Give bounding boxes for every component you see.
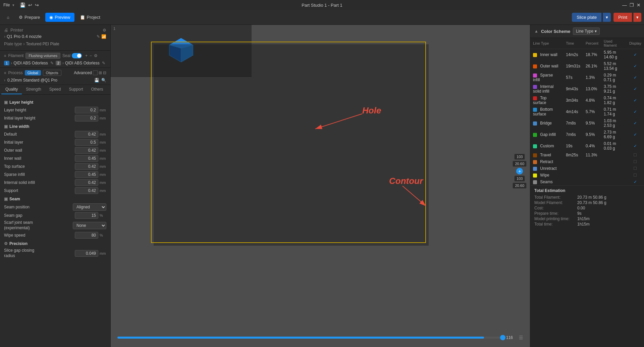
- outer-wall-input[interactable]: [75, 147, 98, 154]
- tab-quality[interactable]: Quality: [1, 85, 22, 94]
- process-profile[interactable]: 0.20mm Standard @Q1 Pro: [7, 78, 57, 83]
- seal-toggle-switch[interactable]: [72, 53, 82, 58]
- check-icon-5[interactable]: ✓: [634, 109, 637, 114]
- filament-name-2[interactable]: QIDI ABS Odorless: [65, 61, 100, 65]
- wipe-speed-input[interactable]: [75, 232, 98, 239]
- check-icon-8[interactable]: ✓: [634, 144, 637, 148]
- advanced-btn[interactable]: Advanced ⊞ ⊟: [74, 70, 106, 75]
- check-icon-3[interactable]: ✓: [634, 87, 637, 91]
- add-coord-btn[interactable]: +: [516, 168, 523, 175]
- close-btn[interactable]: ✕: [637, 2, 641, 8]
- tab-strength[interactable]: Strength: [22, 85, 45, 94]
- default-input[interactable]: [75, 131, 98, 138]
- printer-settings-icon[interactable]: ⚙: [103, 28, 106, 33]
- process-save-icon[interactable]: 💾: [94, 78, 99, 83]
- save-icon[interactable]: 💾: [20, 2, 25, 8]
- cell-display-2[interactable]: ✓: [627, 72, 644, 83]
- line-type-dropdown[interactable]: Line Type ▾: [573, 28, 600, 35]
- add-filament-btn[interactable]: +: [85, 53, 88, 58]
- check-icon-13[interactable]: ✓: [634, 180, 637, 184]
- edit-printer-icon[interactable]: ✎: [97, 34, 100, 39]
- global-btn[interactable]: Global: [25, 70, 41, 76]
- slice-dropdown-btn[interactable]: ▾: [603, 13, 611, 22]
- uncheck-icon-9[interactable]: ☐: [633, 153, 637, 157]
- cell-percent-11: [583, 165, 601, 172]
- print-btn[interactable]: Print: [613, 13, 632, 22]
- objects-btn[interactable]: Objects: [43, 70, 61, 76]
- project-btn[interactable]: 📋 Project: [76, 13, 104, 22]
- cell-display-8[interactable]: ✓: [627, 140, 644, 152]
- layer-slider-track[interactable]: [117, 337, 503, 339]
- plate-type-value[interactable]: Textured PEI Plate: [26, 42, 59, 46]
- initial-layer-height-input[interactable]: [75, 115, 98, 121]
- slice-gap-input[interactable]: [75, 250, 98, 257]
- home-btn[interactable]: ⌂: [3, 12, 13, 23]
- cell-display-3[interactable]: ✓: [627, 83, 644, 95]
- uncheck-icon-12[interactable]: ☐: [633, 173, 637, 178]
- layers-icon[interactable]: ☰: [519, 335, 523, 340]
- seam-gap-input[interactable]: [75, 212, 98, 219]
- check-icon-2[interactable]: ✓: [634, 75, 637, 80]
- check-icon-4[interactable]: ✓: [634, 98, 637, 103]
- preview-btn[interactable]: ◉ Preview: [45, 13, 74, 22]
- filament-settings-icon[interactable]: ⚙: [94, 53, 98, 58]
- col-linetype: Line Type: [530, 38, 563, 49]
- cell-display-9[interactable]: ☐: [627, 152, 644, 158]
- inner-wall-input[interactable]: [75, 155, 98, 162]
- tab-support[interactable]: Support: [65, 85, 87, 94]
- cell-display-1[interactable]: ✓: [627, 60, 644, 72]
- window-title: Part Studio 1 - Part 1: [302, 3, 342, 8]
- cell-display-4[interactable]: ✓: [627, 95, 644, 106]
- cell-percent-12: [583, 172, 601, 179]
- cell-display-6[interactable]: ✓: [627, 117, 644, 129]
- check-icon-7[interactable]: ✓: [634, 132, 637, 137]
- flushing-volumes-btn[interactable]: Flushing volumes: [25, 53, 60, 59]
- support-input[interactable]: [75, 187, 98, 194]
- slice-btn[interactable]: Slice plate: [572, 13, 601, 22]
- seam-position-select[interactable]: Aligned Back Random: [73, 203, 106, 211]
- initial-layer-input[interactable]: [75, 139, 98, 146]
- advanced-icons[interactable]: ⊞ ⊟: [99, 70, 106, 75]
- tab-speed[interactable]: Speed: [45, 85, 65, 94]
- internal-solid-infill-input[interactable]: [75, 179, 98, 186]
- file-menu[interactable]: File: [3, 3, 10, 7]
- slider-thumb[interactable]: [500, 335, 505, 340]
- filament-edit-2[interactable]: ✎: [102, 61, 105, 65]
- filament-name-1[interactable]: QIDI ABS Odorless: [13, 61, 48, 65]
- cell-display-0[interactable]: ✓: [627, 49, 644, 61]
- canvas-bg[interactable]: 1 Hole Contour: [111, 25, 530, 347]
- expand-icon[interactable]: ▲: [534, 29, 538, 34]
- top-surface-input[interactable]: [75, 163, 98, 170]
- cell-display-10[interactable]: ☐: [627, 158, 644, 165]
- cell-display-13[interactable]: ✓: [627, 179, 644, 185]
- prepare-btn[interactable]: ⚙ Prepare: [15, 13, 44, 22]
- check-icon-0[interactable]: ✓: [634, 52, 637, 57]
- print-dropdown-btn[interactable]: ▾: [633, 13, 641, 22]
- remove-filament-btn[interactable]: −: [90, 53, 92, 58]
- printer-name-value[interactable]: Q1 Pro 0.4 nozzle: [7, 34, 42, 39]
- cell-display-12[interactable]: ☐: [627, 172, 644, 179]
- process-search-icon[interactable]: 🔍: [101, 78, 106, 83]
- tab-others[interactable]: Others: [87, 85, 107, 94]
- uncheck-icon-11[interactable]: ☐: [633, 166, 637, 171]
- check-icon-1[interactable]: ✓: [634, 64, 637, 68]
- scarf-joint-select[interactable]: None Contour: [73, 222, 106, 229]
- cell-display-11[interactable]: ☐: [627, 165, 644, 172]
- cell-filament-6: 1.03 m 2.53 g: [601, 117, 627, 129]
- total-row-1: Model Filament:20.73 m 50.86 g: [534, 200, 640, 205]
- cell-display-5[interactable]: ✓: [627, 106, 644, 117]
- cell-display-7[interactable]: ✓: [627, 129, 644, 140]
- left-panel: 🖨 Printer ⚙ › Q1 Pro 0.4 nozzle ✎ 📶 Plat…: [0, 25, 111, 347]
- maximize-btn[interactable]: ❐: [630, 2, 634, 8]
- printer-name-row: › Q1 Pro 0.4 nozzle ✎ 📶: [4, 33, 106, 40]
- dropdown-icon[interactable]: ▾: [12, 3, 14, 7]
- filament-edit-1[interactable]: ✎: [50, 61, 54, 65]
- layer-height-input[interactable]: [75, 107, 98, 113]
- sparse-infill-input[interactable]: [75, 171, 98, 178]
- undo-icon[interactable]: ↩: [28, 2, 32, 8]
- minimize-btn[interactable]: —: [622, 2, 627, 8]
- outer-wall-unit: mm: [100, 148, 106, 152]
- check-icon-6[interactable]: ✓: [634, 121, 637, 126]
- redo-icon[interactable]: ↪: [35, 2, 39, 8]
- uncheck-icon-10[interactable]: ☐: [633, 159, 637, 164]
